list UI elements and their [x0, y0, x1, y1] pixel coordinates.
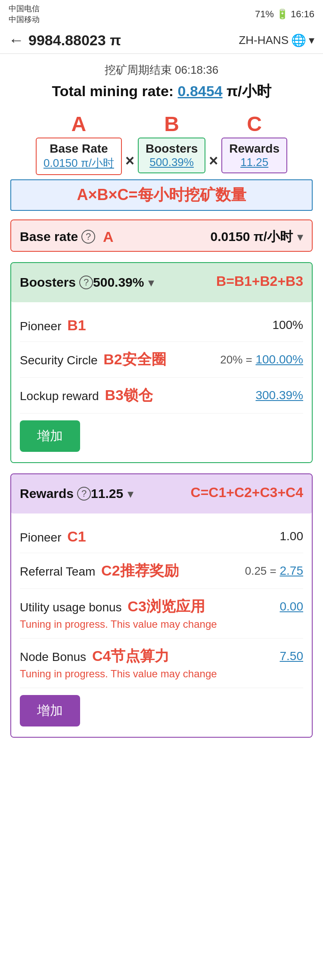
- security-circle-value: 20% = 100.00%: [220, 353, 303, 366]
- rewards-value-display: 11.25 ▾: [91, 486, 134, 501]
- node-bonus-tuning-note: Tuning in progress. This value may chang…: [20, 668, 217, 680]
- table-row: Lockup reward B3锁仓 300.39%: [20, 378, 303, 413]
- boosters-section-title: Boosters: [20, 275, 76, 290]
- formula-section: A Base Rate 0.0150 π/小时 × B Boosters 500…: [10, 112, 313, 175]
- formula-a-box: A Base Rate 0.0150 π/小时: [36, 112, 122, 175]
- rewards-add-button[interactable]: 增加: [20, 695, 80, 726]
- referral-c2-label: C2推荐奖励: [101, 562, 178, 579]
- base-rate-letter: A: [103, 229, 114, 245]
- boosters-body: Pioneer B1 100% Security Circle B2安全圈 20…: [11, 302, 312, 462]
- rewards-section-value: 11.25: [91, 486, 123, 501]
- formula-c-card: Rewards 11.25: [221, 138, 287, 173]
- table-row: Pioneer B1 100%: [20, 309, 303, 342]
- boosters-header-left: Boosters ?: [20, 275, 93, 290]
- base-rate-header-left: Base rate ? A: [20, 229, 114, 245]
- formula-a-letter: A: [71, 112, 87, 136]
- table-row: Utility usage bonus C3浏览应用 0.00 Tuning i…: [20, 589, 303, 639]
- lockup-b3-label: B3锁仓: [105, 387, 152, 403]
- rewards-header: Rewards ? 11.25 ▾ C=C1+C2+C3+C4: [11, 474, 312, 513]
- rewards-header-left: Rewards ?: [20, 486, 91, 501]
- base-rate-value[interactable]: 0.0150 π/小时: [43, 156, 114, 171]
- header: ← 9984.88023 π ZH-HANS 🌐 ▾: [0, 27, 323, 54]
- boosters-section: Boosters ? 500.39% ▾ B=B1+B2+B3 Pioneer …: [10, 262, 313, 463]
- table-row: Pioneer C1 1.00: [20, 520, 303, 553]
- rewards-value[interactable]: 11.25: [229, 156, 280, 169]
- boosters-add-button[interactable]: 增加: [20, 420, 80, 452]
- node-bonus-link[interactable]: 7.50: [280, 649, 304, 663]
- base-rate-chevron-icon[interactable]: ▾: [297, 230, 303, 244]
- rewards-help[interactable]: ?: [77, 487, 91, 501]
- formula-b-letter: B: [164, 112, 179, 136]
- total-rate: Total mining rate: 0.8454 π/小时: [10, 81, 313, 102]
- rewards-section-title: Rewards: [20, 486, 74, 501]
- status-bar: 中国电信 中国移动 71% 🔋 16:16: [0, 0, 323, 27]
- carrier-info: 中国电信 中国移动: [9, 3, 40, 25]
- security-circle-label: Security Circle B2安全圈: [20, 350, 166, 369]
- formula-a-card: Base Rate 0.0150 π/小时: [36, 138, 122, 175]
- rewards-section: Rewards ? 11.25 ▾ C=C1+C2+C3+C4 Pioneer …: [10, 473, 313, 738]
- boosters-section-value: 500.39%: [93, 275, 144, 290]
- total-rate-value[interactable]: 0.8454: [178, 83, 223, 99]
- rewards-pioneer-label: Pioneer C1: [20, 528, 86, 545]
- lockup-link[interactable]: 300.39%: [255, 388, 303, 402]
- node-bonus-c4-label: C4节点算力: [92, 648, 169, 664]
- back-button[interactable]: ←: [9, 31, 24, 49]
- rewards-pioneer-c1-label: C1: [67, 528, 86, 545]
- formula-c-letter: C: [247, 112, 262, 136]
- multiply-1: ×: [125, 152, 134, 175]
- base-rate-help[interactable]: ?: [81, 230, 95, 244]
- referral-link[interactable]: 2.75: [280, 564, 304, 577]
- utility-link[interactable]: 0.00: [280, 600, 304, 613]
- formula-b-card: Boosters 500.39%: [138, 138, 205, 173]
- referral-value: 0.25 = 2.75: [245, 564, 303, 578]
- utility-label: Utility usage bonus C3浏览应用: [20, 597, 205, 617]
- chevron-down-icon: ▾: [309, 34, 314, 47]
- base-rate-section-title: Base rate: [20, 229, 78, 244]
- boosters-header: Boosters ? 500.39% ▾ B=B1+B2+B3: [11, 263, 312, 302]
- rewards-body: Pioneer C1 1.00 Referral Team C2推荐奖励 0.2…: [11, 513, 312, 737]
- lang-label: ZH-HANS: [239, 34, 289, 47]
- rewards-formula: C=C1+C2+C3+C4: [191, 481, 303, 507]
- base-rate-header: Base rate ? A 0.0150 π/小时 ▾: [11, 220, 312, 251]
- formula-equation: A×B×C=每小时挖矿数量: [10, 179, 313, 211]
- multiply-2: ×: [209, 152, 218, 175]
- globe-icon: 🌐: [291, 33, 306, 47]
- security-circle-b2-label: B2安全圈: [103, 351, 166, 367]
- rewards-title: Rewards: [229, 142, 280, 156]
- boosters-header-row: Boosters ? 500.39% ▾: [20, 275, 154, 290]
- utility-tuning-note: Tuning in progress. This value may chang…: [20, 618, 217, 630]
- boosters-chevron-icon[interactable]: ▾: [148, 276, 154, 290]
- mining-period: 挖矿周期结束 06:18:36: [10, 63, 313, 78]
- battery-icon: 🔋: [276, 9, 288, 20]
- table-row: Referral Team C2推荐奖励 0.25 = 2.75: [20, 553, 303, 589]
- boosters-title: Boosters: [146, 142, 198, 156]
- boosters-help[interactable]: ?: [79, 276, 93, 289]
- status-right: 71% 🔋 16:16: [255, 9, 314, 20]
- language-selector[interactable]: ZH-HANS 🌐 ▾: [239, 33, 314, 47]
- rewards-chevron-icon[interactable]: ▾: [127, 487, 134, 501]
- base-rate-section-value: 0.0150 π/小时: [211, 228, 293, 246]
- rewards-pioneer-value: 1.00: [280, 529, 304, 543]
- boosters-value-display: 500.39% ▾: [93, 275, 154, 290]
- lockup-label: Lockup reward B3锁仓: [20, 385, 153, 405]
- balance-display: 9984.88023 π: [28, 32, 234, 49]
- utility-c3-label: C3浏览应用: [127, 598, 205, 614]
- referral-label: Referral Team C2推荐奖励: [20, 561, 179, 581]
- formula-c-box: C Rewards 11.25: [221, 112, 287, 173]
- node-bonus-label: Node Bonus C4节点算力: [20, 646, 169, 666]
- main-content: 挖矿周期结束 06:18:36 Total mining rate: 0.845…: [0, 54, 323, 757]
- clock-time: 16:16: [291, 9, 314, 20]
- base-rate-title: Base Rate: [43, 142, 114, 156]
- rewards-header-row: Rewards ? 11.25 ▾: [20, 486, 134, 501]
- lockup-value: 300.39%: [255, 388, 303, 402]
- security-circle-link[interactable]: 100.00%: [255, 353, 303, 366]
- boosters-value[interactable]: 500.39%: [146, 156, 198, 169]
- table-row: Security Circle B2安全圈 20% = 100.00%: [20, 342, 303, 378]
- base-rate-section: Base rate ? A 0.0150 π/小时 ▾: [10, 219, 313, 252]
- node-bonus-value: 7.50: [280, 649, 304, 663]
- formula-b-box: B Boosters 500.39%: [138, 112, 205, 173]
- pioneer-label: Pioneer B1: [20, 317, 86, 334]
- utility-value: 0.00: [280, 600, 304, 614]
- boosters-formula: B=B1+B2+B3: [216, 270, 303, 295]
- pioneer-b1-label: B1: [67, 317, 86, 333]
